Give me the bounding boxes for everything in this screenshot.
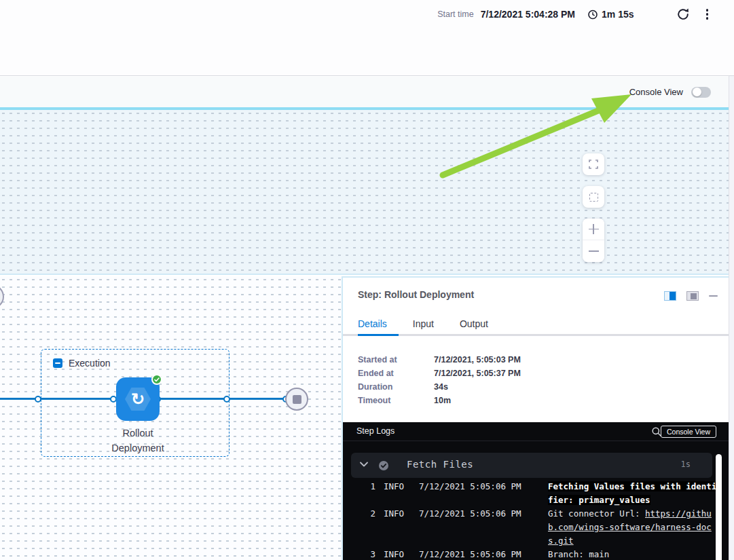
execution-header: Start time 7/12/2021 5:04:28 PM 1m 15s [0, 0, 734, 76]
fit-selection-button[interactable] [583, 186, 604, 208]
step-details-panel: Step: Rollout Deployment Details Input O… [342, 276, 729, 560]
console-view-button[interactable]: Console View [661, 426, 716, 438]
execution-group-label: Execution [69, 358, 110, 369]
log-line: 1 INFO 7/12/2021 5:05:06 PM Fetching Val… [343, 480, 729, 507]
zoom-in-button[interactable] [583, 219, 604, 240]
zoom-in-icon [589, 224, 599, 234]
tab-output[interactable]: Output [460, 318, 488, 329]
step-logs-header: Step Logs Console View [343, 422, 729, 441]
split-view-icon[interactable] [664, 291, 676, 301]
end-node[interactable] [285, 388, 308, 411]
fit-screen-icon [589, 160, 598, 169]
node-label: Rollout Deployment [84, 426, 192, 455]
edge-port [223, 396, 230, 403]
tab-underline [343, 334, 729, 336]
collapse-minus-icon[interactable] [53, 358, 62, 368]
elapsed-time: 1m 15s [602, 9, 634, 20]
chevron-down-icon [360, 462, 368, 467]
execution-group-header[interactable]: Execution [53, 358, 110, 369]
stage-graph-canvas: Execution ↻ Rollout Deployment [0, 276, 343, 560]
log-section-duration: 1s [681, 460, 691, 469]
step-logs-panel: Step Logs Console View Fetch Files 1s [343, 422, 729, 560]
pipeline-graph-canvas [0, 110, 729, 275]
tab-details[interactable]: Details [358, 318, 387, 329]
section-success-icon [378, 460, 389, 471]
canvas-zoom-controls [583, 153, 604, 262]
rollout-refresh-icon: ↻ [116, 377, 160, 421]
log-section-name: Fetch Files [407, 459, 473, 470]
log-message: Fetching Values files with identifier: p… [548, 480, 718, 507]
log-section-fetch-files[interactable]: Fetch Files 1s [351, 453, 712, 478]
toggle-knob [693, 88, 701, 96]
page-scrollbar-track[interactable] [729, 76, 734, 560]
log-message: Git connector Url: https://github.com/wi… [548, 507, 718, 548]
execution-meta: Start time 7/12/2021 5:04:28 PM 1m 15s [437, 5, 710, 23]
rollout-deployment-node[interactable]: ↻ [116, 377, 160, 421]
start-time-value: 7/12/2021 5:04:28 PM [481, 9, 575, 20]
fit-selection-icon [589, 193, 598, 202]
fit-screen-button[interactable] [583, 153, 604, 175]
detail-row: Ended at 7/12/2021, 5:05:37 PM [358, 367, 521, 380]
detail-row: Started at 7/12/2021, 5:05:03 PM [358, 353, 521, 367]
panel-title: Step: Rollout Deployment [358, 289, 474, 300]
start-time-label: Start time [437, 10, 474, 19]
stop-icon [293, 395, 301, 404]
success-check-icon [151, 374, 162, 385]
detail-row: Duration 34s [358, 380, 521, 394]
log-message: Branch: main [548, 548, 718, 560]
tab-input[interactable]: Input [413, 318, 434, 329]
pipeline-execution-page: Start time 7/12/2021 5:04:28 PM 1m 15s C… [0, 0, 734, 560]
minimize-icon[interactable] [709, 295, 718, 297]
offscreen-node [0, 284, 4, 309]
preview-layout-icon[interactable] [686, 291, 699, 301]
zoom-out-button[interactable] [583, 240, 604, 262]
step-logs-title: Step Logs [356, 426, 394, 436]
detail-row: Timeout 10m [358, 394, 521, 407]
log-line: 2 INFO 7/12/2021 5:05:06 PM Git connecto… [343, 507, 729, 548]
zoom-out-icon [589, 246, 599, 257]
log-line: 3 INFO 7/12/2021 5:05:06 PM Branch: main [343, 548, 729, 560]
view-toolbar: Console View [0, 77, 734, 107]
step-details-list: Started at 7/12/2021, 5:05:03 PM Ended a… [358, 353, 521, 407]
log-lines: 1 INFO 7/12/2021 5:05:06 PM Fetching Val… [343, 480, 729, 560]
log-scrollbar-thumb[interactable] [716, 454, 722, 560]
console-view-label: Console View [629, 87, 683, 97]
panel-tabs: Details Input Output [358, 318, 488, 329]
kebab-menu-icon[interactable] [705, 7, 710, 21]
clock-icon [587, 9, 598, 20]
refresh-icon[interactable] [676, 7, 690, 21]
edge-port [35, 396, 41, 403]
console-view-toggle[interactable] [691, 87, 711, 98]
